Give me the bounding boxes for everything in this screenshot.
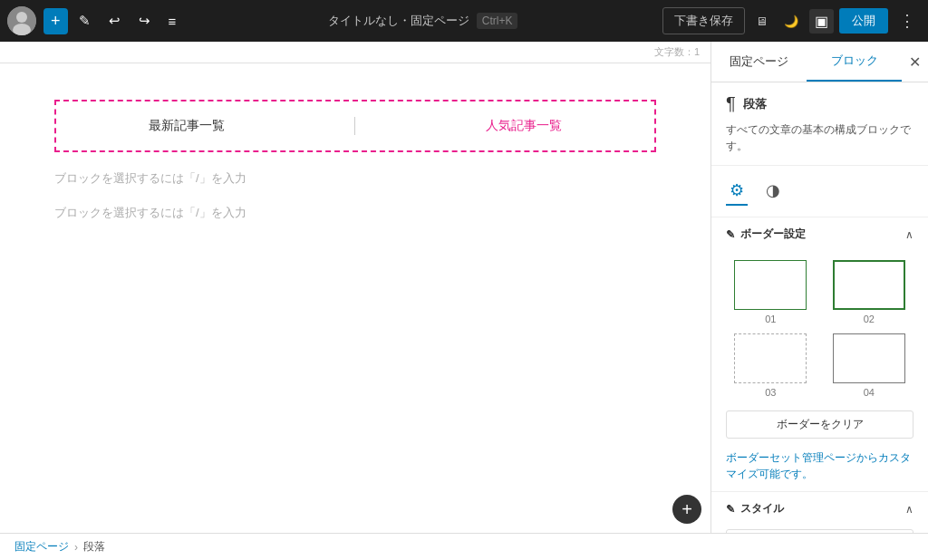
border-pencil-icon: ✎ xyxy=(726,228,735,241)
border-option-01[interactable]: 01 xyxy=(726,260,816,324)
para-title: 段落 xyxy=(743,96,767,112)
para-header: ¶ 段落 xyxy=(726,93,914,114)
draft-save-button[interactable]: 下書き保存 xyxy=(662,7,745,34)
para-description: すべての文章の基本の構成ブロックです。 xyxy=(726,121,914,154)
more-options-button[interactable]: ⋮ xyxy=(894,7,921,34)
border-manage-link[interactable]: ボーダーセット管理ページ xyxy=(726,451,856,464)
border-option-03[interactable]: 03 xyxy=(726,333,816,398)
toolbar-title: タイトルなし・固定ページ Ctrl+K xyxy=(187,13,659,29)
border-box-03 xyxy=(734,333,807,383)
avatar xyxy=(7,6,36,35)
redo-button[interactable]: ↪ xyxy=(131,7,158,34)
block-tab-2[interactable]: 人気記事一覧 xyxy=(468,111,580,141)
list-icon: ≡ xyxy=(169,14,177,29)
border-section-title: ✎ ボーダー設定 xyxy=(726,227,806,242)
redo-icon: ↪ xyxy=(139,13,150,29)
border-label-04: 04 xyxy=(864,387,875,398)
editor-area: 文字数：1 最新記事一覧 人気記事一覧 ブロックを選択するには「/」を入力 ブロ… xyxy=(0,42,710,533)
settings-row: ⚙ ◑ xyxy=(711,165,928,217)
style-pencil-icon: ✎ xyxy=(726,503,735,516)
block-tab-1[interactable]: 最新記事一覧 xyxy=(130,111,243,141)
moon-icon[interactable]: 🌙 xyxy=(778,11,804,32)
paragraph-section: ¶ 段落 すべての文章の基本の構成ブロックです。 xyxy=(711,82,928,165)
main-layout: 文字数：1 最新記事一覧 人気記事一覧 ブロックを選択するには「/」を入力 ブロ… xyxy=(0,42,928,533)
breadcrumb-current: 段落 xyxy=(83,539,105,555)
breadcrumb-separator: › xyxy=(74,541,78,554)
style-chevron-icon: ∧ xyxy=(905,503,914,516)
add-block-floating-button[interactable]: + xyxy=(672,495,701,524)
placeholder-1[interactable]: ブロックを選択するには「/」を入力 xyxy=(54,170,656,187)
settings-gear-icon[interactable]: ⚙ xyxy=(726,177,748,206)
editor-content: 最新記事一覧 人気記事一覧 ブロックを選択するには「/」を入力 ブロックを選択す… xyxy=(0,63,710,533)
pencil-icon: ✎ xyxy=(79,13,91,29)
settings-contrast-icon[interactable]: ◑ xyxy=(762,177,784,206)
border-box-02 xyxy=(833,260,905,310)
style-section-header[interactable]: ✎ スタイル ∧ xyxy=(711,491,928,526)
shortcut-badge: Ctrl+K xyxy=(477,13,518,29)
paragraph-icon: ¶ xyxy=(726,93,736,114)
sidebar-tabs: 固定ページ ブロック ✕ xyxy=(711,42,928,82)
char-count: 文字数：1 xyxy=(654,45,700,59)
border-option-02[interactable]: 02 xyxy=(825,260,914,324)
border-options-grid: 01 02 03 04 xyxy=(711,251,928,407)
editor-top-bar: 文字数：1 xyxy=(0,42,710,63)
bottom-bar: 固定ページ › 段落 xyxy=(0,533,928,560)
tab-fixed-page[interactable]: 固定ページ xyxy=(711,43,807,81)
style-section-title: ✎ スタイル xyxy=(726,501,784,517)
border-chevron-icon: ∧ xyxy=(905,228,914,241)
toolbar-right: 下書き保存 🖥 🌙 ▣ 公開 ⋮ xyxy=(662,7,921,34)
border-section-header[interactable]: ✎ ボーダー設定 ∧ xyxy=(711,217,928,251)
add-block-toolbar-button[interactable]: + xyxy=(44,8,68,34)
tab-divider xyxy=(354,117,355,135)
toolbar: + ✎ ↩ ↪ ≡ タイトルなし・固定ページ Ctrl+K 下書き保存 🖥 🌙 … xyxy=(0,0,928,42)
undo-icon: ↩ xyxy=(109,13,121,29)
breadcrumb-page-link[interactable]: 固定ページ xyxy=(14,539,69,555)
border-label-03: 03 xyxy=(765,387,776,398)
border-option-04[interactable]: 04 xyxy=(825,333,914,398)
border-label-02: 02 xyxy=(864,314,875,324)
border-manage-text: ボーダーセット管理ページからカスタマイズ可能です。 xyxy=(711,449,928,491)
undo-button[interactable]: ↩ xyxy=(102,7,128,34)
tab-block[interactable]: ブロック xyxy=(807,42,902,82)
border-clear-button[interactable]: ボーダーをクリア xyxy=(726,410,914,439)
svg-point-1 xyxy=(16,12,27,23)
right-sidebar: 固定ページ ブロック ✕ ¶ 段落 すべての文章の基本の構成ブロックです。 ⚙ … xyxy=(710,42,928,533)
border-box-01 xyxy=(734,260,807,310)
placeholder-2[interactable]: ブロックを選択するには「/」を入力 xyxy=(54,205,656,221)
page-title: タイトルなし・固定ページ xyxy=(328,13,469,29)
sidebar-close-button[interactable]: ✕ xyxy=(902,46,928,78)
monitor-icon[interactable]: 🖥 xyxy=(750,11,773,32)
border-label-01: 01 xyxy=(765,314,776,324)
border-box-04 xyxy=(833,333,905,383)
columns-icon[interactable]: ▣ xyxy=(809,9,834,34)
edit-button[interactable]: ✎ xyxy=(72,7,98,34)
list-view-button[interactable]: ≡ xyxy=(161,8,184,34)
publish-button[interactable]: 公開 xyxy=(839,8,888,34)
selected-block[interactable]: 最新記事一覧 人気記事一覧 xyxy=(54,100,656,152)
